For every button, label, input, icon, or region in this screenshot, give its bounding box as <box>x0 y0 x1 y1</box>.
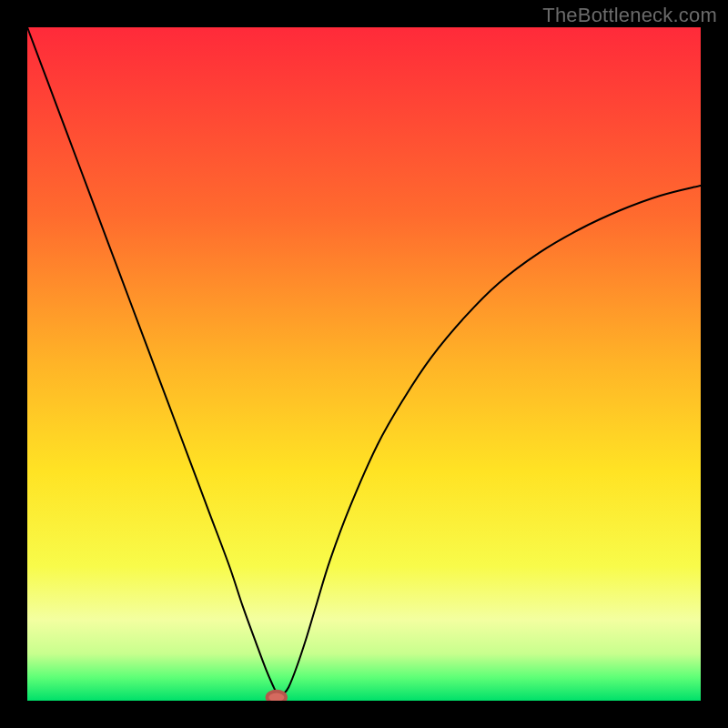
chart-plot-area <box>27 27 701 701</box>
optimal-point <box>267 692 286 701</box>
watermark-text: TheBottleneck.com <box>542 4 717 27</box>
markers-group <box>267 692 286 701</box>
chart-background <box>27 27 701 701</box>
chart-svg <box>27 27 701 701</box>
chart-frame: TheBottleneck.com <box>0 0 728 728</box>
